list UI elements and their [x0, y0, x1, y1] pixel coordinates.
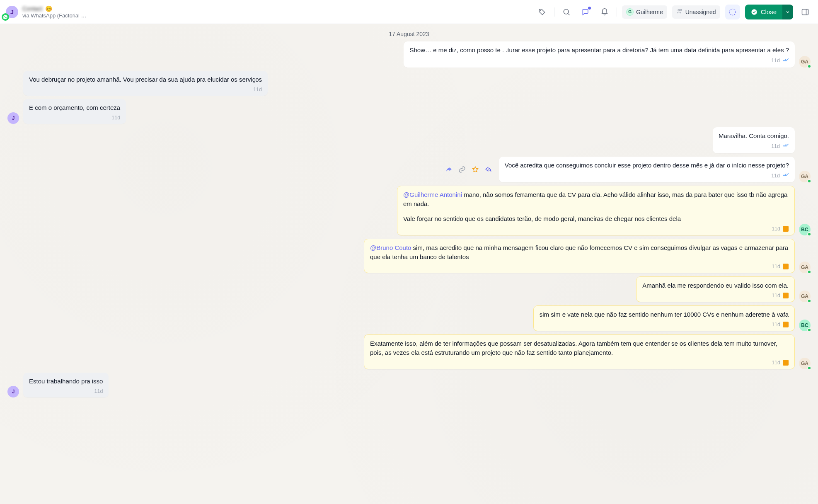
message-row: J E com o orçamento, com certeza 11d — [7, 99, 811, 124]
message-hover-actions — [445, 166, 492, 173]
contact-source: via WhatsApp (Factorial … — [22, 12, 87, 19]
presence-dot — [807, 270, 811, 274]
copy-link-icon[interactable] — [458, 166, 466, 173]
presence-dot — [807, 366, 811, 370]
message-text: sim, mas acredito que na minha mensagem … — [370, 244, 788, 260]
message-text: Vale forçar no sentido que os candidatos… — [403, 214, 789, 223]
message-row: Maravilha. Conta comigo. 11d — [7, 127, 811, 153]
svg-point-0 — [540, 10, 541, 11]
reply-icon[interactable] — [485, 166, 492, 173]
svg-point-4 — [729, 9, 736, 15]
chevron-down-icon — [785, 10, 790, 15]
message-text: Show… e me diz, como posso te . .turar e… — [409, 46, 789, 53]
message-time: 11d — [771, 57, 780, 64]
close-dropdown-caret[interactable] — [782, 5, 793, 19]
note-icon — [783, 226, 789, 232]
svg-point-2 — [678, 9, 680, 11]
message-bubble-incoming[interactable]: Vou debruçar no projeto amanhã. Vou prec… — [23, 71, 268, 96]
team-unassigned-icon — [676, 8, 683, 16]
mention[interactable]: @Bruno Couto — [370, 244, 411, 251]
contact-meta: Contact 😊 via WhatsApp (Factorial … — [22, 5, 87, 19]
sender-avatar[interactable]: GA — [799, 291, 811, 302]
message-bubble-incoming[interactable]: E com o orçamento, com certeza 11d — [23, 99, 126, 124]
ai-assist-button[interactable] — [725, 5, 740, 19]
message-time: 11d — [772, 359, 780, 366]
snooze-icon[interactable] — [598, 5, 612, 19]
note-icon — [783, 360, 789, 366]
svg-rect-6 — [802, 9, 808, 15]
message-bubble-note[interactable]: @Bruno Couto sim, mas acredito que na mi… — [364, 239, 795, 274]
message-row: Show… e me diz, como posso te . .turar e… — [7, 41, 811, 68]
message-row: Você acredita que conseguimos concluir e… — [7, 157, 811, 183]
message-bubble-incoming[interactable]: Estou trabalhando pra isso 11d — [23, 373, 109, 397]
message-time: 11d — [772, 321, 780, 328]
read-receipt-icon — [782, 142, 789, 150]
sender-avatar[interactable]: J — [7, 386, 19, 397]
message-row: @Guilherme Antonini mano, não somos ferr… — [7, 186, 811, 235]
sender-avatar[interactable]: BC — [799, 320, 811, 331]
sender-avatar[interactable]: GA — [799, 262, 811, 273]
tag-icon[interactable] — [535, 5, 549, 19]
read-receipt-icon — [782, 171, 789, 180]
sender-avatar[interactable]: J — [7, 112, 19, 124]
message-time: 11d — [253, 86, 262, 93]
message-row: @Bruno Couto sim, mas acredito que na mi… — [7, 239, 811, 274]
team-name: Unassigned — [685, 9, 716, 15]
mention[interactable]: @Guilherme Antonini — [403, 191, 462, 198]
message-time: 11d — [111, 114, 120, 121]
message-row: Exatamente isso, além de ter informações… — [7, 334, 811, 369]
read-receipt-icon — [782, 56, 789, 65]
close-button-label: Close — [761, 8, 777, 15]
close-conversation-button[interactable]: Close — [745, 5, 793, 19]
message-time: 11d — [772, 263, 780, 270]
contact-name: Contact — [22, 5, 42, 12]
contact-avatar[interactable]: J — [6, 6, 18, 18]
message-text: Você acredita que conseguimos concluir e… — [505, 162, 789, 169]
message-bubble-outgoing[interactable]: Você acredita que conseguimos concluir e… — [499, 157, 795, 183]
star-icon[interactable] — [472, 166, 479, 173]
header-left: J Contact 😊 via WhatsApp (Factorial … — [6, 5, 87, 19]
presence-dot — [807, 328, 811, 332]
new-note-icon[interactable] — [578, 5, 593, 19]
svg-point-3 — [680, 9, 681, 10]
message-time: 11d — [772, 225, 780, 233]
message-text: Vou debruçar no projeto amanhã. Vou prec… — [29, 76, 262, 83]
sender-avatar[interactable]: BC — [799, 224, 811, 235]
presence-dot — [807, 179, 811, 183]
assignee-pill[interactable]: G Guilherme — [622, 5, 667, 19]
divider — [617, 7, 617, 17]
assignee-avatar: G — [626, 8, 634, 16]
sender-avatar[interactable]: GA — [799, 56, 811, 68]
date-separator: 17 August 2023 — [7, 31, 811, 37]
whatsapp-icon — [2, 13, 9, 21]
conversation-thread[interactable]: 17 August 2023 Show… e me diz, como poss… — [0, 24, 818, 504]
message-row: sim sim e vate nela que não faz sentido … — [7, 305, 811, 331]
forward-icon[interactable] — [445, 166, 453, 173]
check-circle-icon — [751, 9, 757, 15]
toggle-sidebar-icon[interactable] — [798, 5, 812, 19]
search-icon[interactable] — [559, 5, 574, 19]
presence-dot — [807, 232, 811, 236]
message-row: Amanhã ela me respondendo eu valido isso… — [7, 276, 811, 302]
message-bubble-note[interactable]: Amanhã ela me respondendo eu valido isso… — [636, 276, 795, 302]
message-text: Maravilha. Conta comigo. — [719, 132, 789, 139]
message-bubble-note[interactable]: sim sim e vate nela que não faz sentido … — [533, 305, 795, 331]
message-time: 11d — [94, 388, 103, 395]
message-bubble-note[interactable]: Exatamente isso, além de ter informações… — [364, 334, 795, 369]
message-text: sim sim e vate nela que não faz sentido … — [540, 311, 789, 318]
note-icon — [783, 293, 789, 298]
message-time: 11d — [772, 292, 780, 299]
divider — [554, 7, 554, 17]
contact-avatar-initial: J — [10, 8, 14, 15]
message-bubble-note[interactable]: @Guilherme Antonini mano, não somos ferr… — [397, 186, 795, 235]
message-bubble-outgoing[interactable]: Maravilha. Conta comigo. 11d — [713, 127, 795, 153]
header-right: G Guilherme Unassigned Close — [535, 5, 812, 19]
assignee-name: Guilherme — [636, 9, 663, 15]
message-text: Amanhã ela me respondendo eu valido isso… — [642, 282, 789, 289]
sender-avatar[interactable]: GA — [799, 171, 811, 182]
sender-avatar[interactable]: GA — [799, 358, 811, 369]
message-bubble-outgoing[interactable]: Show… e me diz, como posso te . .turar e… — [404, 41, 795, 68]
team-pill[interactable]: Unassigned — [672, 5, 720, 19]
svg-point-1 — [564, 9, 569, 14]
note-icon — [783, 264, 789, 269]
